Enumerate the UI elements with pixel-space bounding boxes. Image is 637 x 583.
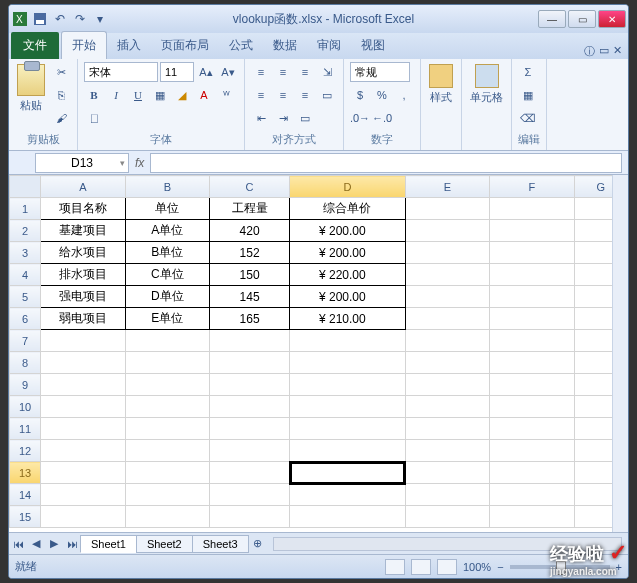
border-icon[interactable]: ▦ xyxy=(150,85,170,105)
cell[interactable] xyxy=(490,242,574,264)
underline-button[interactable]: U xyxy=(128,85,148,105)
maximize-button[interactable]: ▭ xyxy=(568,10,596,28)
font-size-select[interactable]: 11 xyxy=(160,62,194,82)
spreadsheet-grid[interactable]: A B C D E F G 1 项目名称 单位 工程量 综合单价 2 基建项目 … xyxy=(9,175,628,528)
tab-data[interactable]: 数据 xyxy=(263,32,307,59)
align-middle-icon[interactable]: ≡ xyxy=(273,62,293,82)
active-cell-D13[interactable] xyxy=(290,462,406,484)
col-header-D[interactable]: D xyxy=(290,176,406,198)
cell[interactable] xyxy=(405,220,489,242)
cell[interactable]: 145 xyxy=(210,286,290,308)
cell[interactable]: ¥ 210.00 xyxy=(290,308,406,330)
cell[interactable] xyxy=(405,286,489,308)
sheet-tab-3[interactable]: Sheet3 xyxy=(192,535,249,553)
col-header-F[interactable]: F xyxy=(490,176,574,198)
fill-icon[interactable]: ▦ xyxy=(518,85,538,105)
col-header-B[interactable]: B xyxy=(125,176,209,198)
select-all-corner[interactable] xyxy=(10,176,41,198)
cell[interactable]: ¥ 200.00 xyxy=(290,220,406,242)
help-icon[interactable]: ⓘ xyxy=(584,44,595,59)
cell[interactable] xyxy=(490,286,574,308)
qat-dropdown-icon[interactable]: ▾ xyxy=(91,10,109,28)
currency-icon[interactable]: $ xyxy=(350,85,370,105)
zoom-out-icon[interactable]: − xyxy=(497,561,503,573)
cell[interactable]: 150 xyxy=(210,264,290,286)
cell[interactable]: 420 xyxy=(210,220,290,242)
tab-file[interactable]: 文件 xyxy=(11,32,59,59)
row-header-11[interactable]: 11 xyxy=(10,418,41,440)
align-bottom-icon[interactable]: ≡ xyxy=(295,62,315,82)
new-sheet-icon[interactable]: ⊕ xyxy=(249,537,267,550)
row-header-4[interactable]: 4 xyxy=(10,264,41,286)
row-header-6[interactable]: 6 xyxy=(10,308,41,330)
tab-insert[interactable]: 插入 xyxy=(107,32,151,59)
row-header-5[interactable]: 5 xyxy=(10,286,41,308)
view-pagebreak-icon[interactable] xyxy=(437,559,457,575)
tab-layout[interactable]: 页面布局 xyxy=(151,32,219,59)
align-right-icon[interactable]: ≡ xyxy=(295,85,315,105)
formula-input[interactable] xyxy=(150,153,622,173)
cell[interactable]: 工程量 xyxy=(210,198,290,220)
col-header-A[interactable]: A xyxy=(41,176,125,198)
cut-icon[interactable]: ✂ xyxy=(51,62,71,82)
cell[interactable] xyxy=(405,198,489,220)
cell[interactable]: 给水项目 xyxy=(41,242,125,264)
cell[interactable] xyxy=(490,220,574,242)
cell[interactable]: D单位 xyxy=(125,286,209,308)
tab-home[interactable]: 开始 xyxy=(61,31,107,59)
clear-icon[interactable]: ⌫ xyxy=(518,108,538,128)
inner-close-icon[interactable]: ✕ xyxy=(613,44,622,59)
cells-button[interactable]: 单元格 xyxy=(468,62,505,107)
cell[interactable]: ¥ 220.00 xyxy=(290,264,406,286)
row-header-15[interactable]: 15 xyxy=(10,506,41,528)
row-header-9[interactable]: 9 xyxy=(10,374,41,396)
cell[interactable] xyxy=(405,242,489,264)
phonetic-icon[interactable]: ᵂ xyxy=(216,85,236,105)
merge-icon[interactable]: ▭ xyxy=(295,108,315,128)
name-box[interactable]: D13 xyxy=(35,153,129,173)
zoom-level[interactable]: 100% xyxy=(463,561,491,573)
view-normal-icon[interactable] xyxy=(385,559,405,575)
cell[interactable]: 项目名称 xyxy=(41,198,125,220)
sheet-nav-first-icon[interactable]: ⏮ xyxy=(9,538,27,550)
tab-formulas[interactable]: 公式 xyxy=(219,32,263,59)
comma-icon[interactable]: , xyxy=(394,85,414,105)
save-icon[interactable] xyxy=(31,10,49,28)
number-format-select[interactable]: 常规 xyxy=(350,62,410,82)
undo-icon[interactable]: ↶ xyxy=(51,10,69,28)
cell[interactable] xyxy=(490,198,574,220)
bold-button[interactable]: B xyxy=(84,85,104,105)
cell[interactable]: 基建项目 xyxy=(41,220,125,242)
redo-icon[interactable]: ↷ xyxy=(71,10,89,28)
copy-icon[interactable]: ⎘ xyxy=(51,85,71,105)
vertical-scrollbar[interactable] xyxy=(612,175,628,532)
orientation-icon[interactable]: ⇲ xyxy=(317,62,337,82)
decrease-indent-icon[interactable]: ⇤ xyxy=(251,108,271,128)
row-header-3[interactable]: 3 xyxy=(10,242,41,264)
cell[interactable]: A单位 xyxy=(125,220,209,242)
increase-indent-icon[interactable]: ⇥ xyxy=(273,108,293,128)
format-painter-icon[interactable]: 🖌 xyxy=(51,108,71,128)
cell[interactable] xyxy=(405,264,489,286)
align-center-icon[interactable]: ≡ xyxy=(273,85,293,105)
grow-font-icon[interactable]: A▴ xyxy=(196,62,216,82)
cell[interactable]: 152 xyxy=(210,242,290,264)
autosum-icon[interactable]: Σ xyxy=(518,62,538,82)
tab-view[interactable]: 视图 xyxy=(351,32,395,59)
row-header-2[interactable]: 2 xyxy=(10,220,41,242)
sheet-nav-last-icon[interactable]: ⏭ xyxy=(63,538,81,550)
fx-icon[interactable]: fx xyxy=(135,156,144,170)
col-header-C[interactable]: C xyxy=(210,176,290,198)
view-layout-icon[interactable] xyxy=(411,559,431,575)
sheet-tab-1[interactable]: Sheet1 xyxy=(80,535,137,553)
cell[interactable]: C单位 xyxy=(125,264,209,286)
cell[interactable]: 165 xyxy=(210,308,290,330)
fill-color-icon[interactable]: ◢ xyxy=(172,85,192,105)
shrink-font-icon[interactable]: A▾ xyxy=(218,62,238,82)
sheet-nav-prev-icon[interactable]: ◀ xyxy=(27,537,45,550)
tab-review[interactable]: 审阅 xyxy=(307,32,351,59)
cell[interactable]: 强电项目 xyxy=(41,286,125,308)
font-color-icon[interactable]: A xyxy=(194,85,214,105)
align-top-icon[interactable]: ≡ xyxy=(251,62,271,82)
excel-icon[interactable]: X xyxy=(11,10,29,28)
